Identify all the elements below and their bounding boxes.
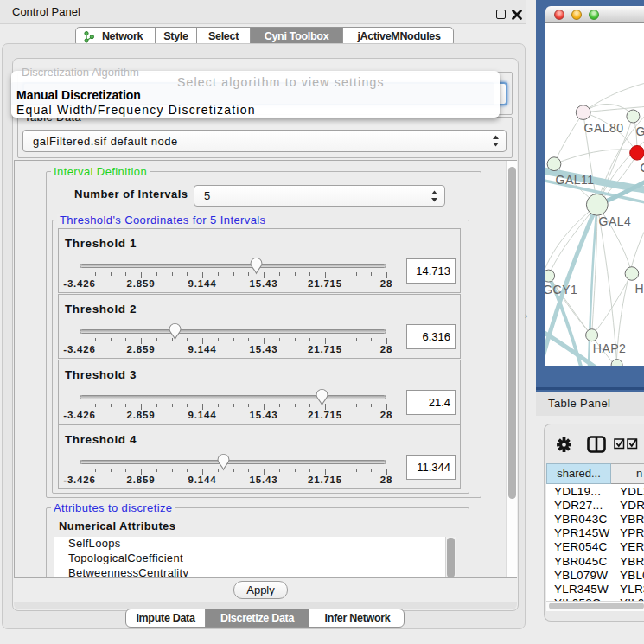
svg-text:C: C (641, 161, 644, 175)
svg-text:GAL11: GAL11 (556, 173, 595, 187)
svg-text:GAL4: GAL4 (599, 214, 632, 228)
svg-text:GA: GA (636, 124, 644, 138)
svg-text:H: H (635, 282, 644, 296)
svg-text:HAP2: HAP2 (593, 341, 627, 355)
svg-text:GAL80: GAL80 (584, 121, 624, 135)
svg-text:GCY1: GCY1 (545, 283, 577, 296)
